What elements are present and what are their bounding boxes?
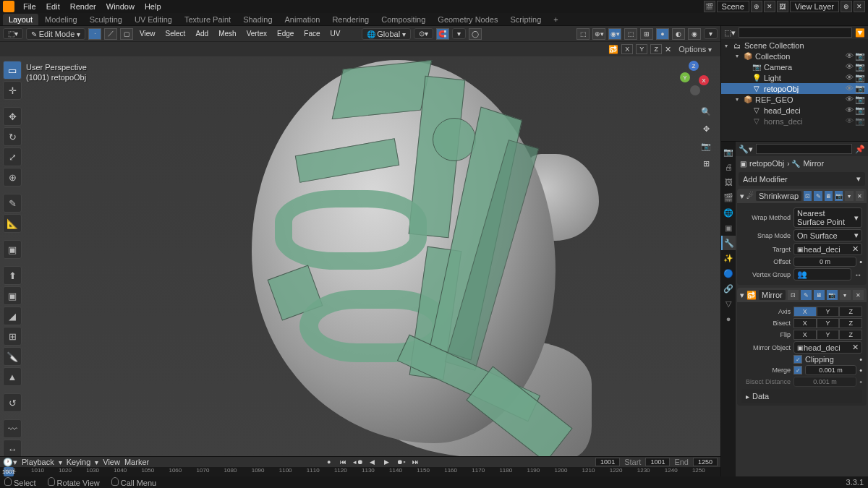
edit-mode-toggle[interactable]: ✎ — [814, 191, 822, 201]
tab-scripting[interactable]: Scripting — [504, 14, 547, 25]
menu-window[interactable]: Window — [102, 1, 139, 12]
tab-data-props[interactable]: ▽ — [721, 296, 736, 311]
tab-modifier-props[interactable]: 🔧 — [721, 236, 736, 250]
extrude-tool[interactable]: ⬆ — [3, 266, 22, 285]
pivot-dropdown[interactable]: ⊙▾ — [414, 28, 433, 39]
move-tool[interactable]: ✥ — [3, 107, 22, 126]
viewlayer-new-button[interactable]: ⊕ — [841, 1, 852, 12]
play-button[interactable]: ▶ — [382, 458, 392, 466]
tree-row[interactable]: ▾📦Collection👁📷 — [721, 51, 868, 61]
overlays-toggle[interactable]: ◉▾ — [608, 28, 621, 40]
modifier-name-field[interactable]: Shrinkwrap — [756, 191, 801, 201]
mesh-edit-options[interactable]: ⬚ — [576, 28, 590, 40]
jump-last-button[interactable]: ⏭ — [411, 458, 421, 466]
mirror-icon[interactable]: 🔂 — [608, 45, 618, 54]
pan-button[interactable]: ✥ — [699, 121, 713, 136]
tree-scene-collection[interactable]: ▾🗂Scene Collection — [721, 40, 868, 51]
viewport-menu-face[interactable]: Face — [300, 28, 323, 39]
scale-tool[interactable]: ⤢ — [3, 147, 22, 166]
tab-physics-props[interactable]: 🔵 — [721, 266, 736, 281]
viewport-menu-view[interactable]: View — [136, 28, 159, 39]
modifier-extras[interactable]: ▾ — [845, 191, 853, 201]
mirror-object-field[interactable]: ▣ head_deci✕ — [793, 341, 862, 354]
shading-rendered[interactable]: ◉ — [688, 28, 701, 40]
merge-distance-field[interactable]: 0.001 m — [805, 365, 856, 375]
play-reverse-button[interactable]: ◀ — [367, 458, 378, 466]
keyframe-next-button[interactable]: ⏺▸ — [396, 458, 407, 466]
cursor-tool[interactable]: ✛ — [3, 81, 22, 100]
on-cage-toggle[interactable]: ⊡ — [788, 290, 799, 300]
outliner-search[interactable] — [739, 27, 852, 38]
scene-delete-button[interactable]: ✕ — [764, 1, 775, 12]
mirror-z-button[interactable]: Z — [650, 44, 662, 54]
transform-tool[interactable]: ⊕ — [3, 168, 22, 187]
mirror-y-button[interactable]: Y — [636, 44, 647, 54]
viewport-menu-vertex[interactable]: Vertex — [243, 28, 271, 39]
xray-toggle[interactable]: ⬚ — [624, 28, 637, 40]
shading-wireframe[interactable]: ⊞ — [640, 28, 653, 40]
loop-cut-tool[interactable]: ⊞ — [3, 327, 22, 346]
snap-toggle[interactable]: 🧲 — [436, 28, 449, 40]
collapse-icon[interactable]: ▾ — [740, 291, 744, 300]
tab-material-props[interactable]: ● — [721, 312, 736, 326]
on-cage-toggle[interactable]: ⊡ — [804, 191, 812, 201]
tree-row[interactable]: ▽retopoObj👁📷 — [721, 83, 868, 94]
inset-tool[interactable]: ▣ — [3, 286, 22, 305]
current-frame-field[interactable]: 1001 — [595, 458, 620, 466]
gizmo-toggle[interactable]: ⊕▾ — [592, 28, 605, 40]
timeline-menu-marker[interactable]: Marker — [124, 458, 149, 466]
tab-geometry-nodes[interactable]: Geometry Nodes — [432, 14, 503, 25]
tab-constraint-props[interactable]: 🔗 — [721, 281, 736, 296]
tab-scene-props[interactable]: 🎬 — [721, 190, 736, 205]
end-frame-field[interactable]: 1250 — [693, 458, 718, 466]
poly-build-tool[interactable]: ▲ — [3, 367, 22, 386]
knife-tool[interactable]: 🔪 — [3, 347, 22, 366]
tree-row[interactable]: ▽horns_deci👁📷 — [721, 116, 868, 127]
offset-field[interactable]: 0 m — [793, 257, 856, 267]
tree-row[interactable]: 💡Light👁📷 — [721, 72, 868, 83]
editor-type-dropdown[interactable]: ⬚▾ — [3, 28, 23, 39]
tab-particle-props[interactable]: ✨ — [721, 251, 736, 265]
face-select-mode[interactable]: ▢ — [120, 28, 133, 40]
viewlayer-delete-button[interactable]: ✕ — [854, 1, 865, 12]
props-editor-type[interactable]: 🔧▾ — [739, 145, 753, 154]
mode-dropdown[interactable]: ✎ Edit Mode ▾ — [26, 28, 85, 40]
mirror-flip-buttons[interactable]: X Y Z — [793, 330, 862, 340]
tab-rendering[interactable]: Rendering — [326, 14, 375, 25]
outliner-filter-button[interactable]: 🔽 — [855, 28, 865, 38]
viewport-menu-add[interactable]: Add — [192, 28, 212, 39]
tab-modeling[interactable]: Modeling — [39, 14, 83, 25]
viewport-menu-uv[interactable]: UV — [327, 28, 344, 39]
bevel-tool[interactable]: ◢ — [3, 307, 22, 325]
mirror-x-button[interactable]: X — [621, 44, 633, 54]
timeline-menu-view[interactable]: View — [103, 458, 120, 466]
mirror-data-subpanel[interactable]: ▸ Data — [741, 390, 862, 403]
menu-file[interactable]: File — [19, 1, 41, 12]
navigation-gizmo[interactable]: X Y Z — [677, 62, 713, 98]
tab-uv-editing[interactable]: UV Editing — [129, 14, 178, 25]
vertex-group-field[interactable]: 👥 — [793, 268, 851, 281]
add-workspace-button[interactable]: + — [548, 14, 563, 25]
edge-slide-tool[interactable]: ↔ — [3, 440, 22, 456]
shading-options-dropdown[interactable]: ▾ — [704, 28, 718, 39]
select-box-tool[interactable]: ▭ — [3, 61, 22, 80]
edit-mode-toggle[interactable]: ✎ — [801, 290, 812, 300]
add-cube-tool[interactable]: ▣ — [3, 240, 22, 259]
delete-modifier-button[interactable]: ✕ — [853, 290, 864, 300]
spin-tool[interactable]: ↺ — [3, 393, 22, 412]
viewport-menu-mesh[interactable]: Mesh — [215, 28, 239, 39]
tab-texture-paint[interactable]: Texture Paint — [179, 14, 237, 25]
edge-select-mode[interactable]: ／ — [104, 28, 117, 40]
autokey-toggle[interactable]: ● — [324, 458, 334, 466]
delete-modifier-button[interactable]: ✕ — [856, 191, 864, 201]
tree-row[interactable]: ▾📦REF_GEO👁📷 — [721, 94, 868, 105]
target-field[interactable]: ▣ head_deci✕ — [793, 243, 862, 255]
modifier-extras[interactable]: ▾ — [840, 290, 851, 300]
orientation-dropdown[interactable]: 🌐 Global ▾ — [362, 28, 411, 40]
tab-viewlayer-props[interactable]: 🖼 — [721, 175, 736, 189]
scene-new-button[interactable]: ⊕ — [751, 1, 762, 12]
tab-sculpting[interactable]: Sculpting — [84, 14, 128, 25]
vertex-select-mode[interactable]: ⋅ — [88, 28, 101, 40]
frame-ruler[interactable]: 1001 10011010102010301040105010601070108… — [0, 467, 720, 476]
menu-render[interactable]: Render — [66, 1, 101, 12]
